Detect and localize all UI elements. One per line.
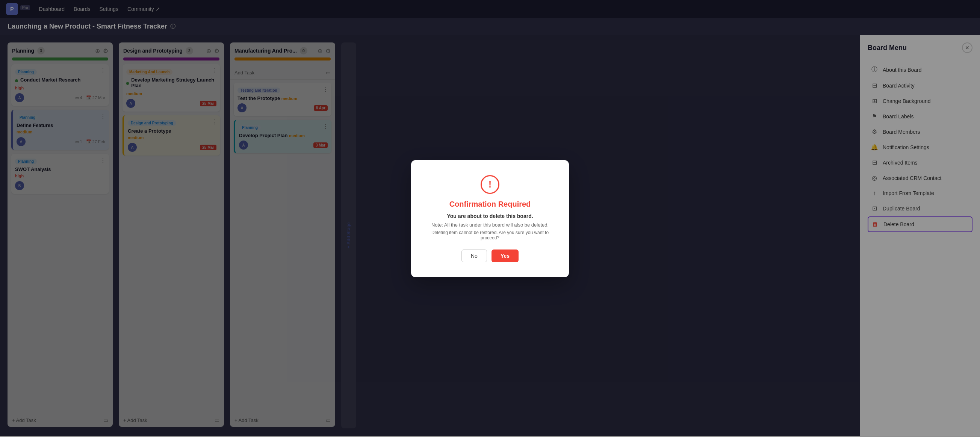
modal-yes-button[interactable]: Yes: [492, 249, 519, 262]
confirmation-modal: ! Confirmation Required You are about to…: [411, 160, 569, 277]
modal-note: Note: All the task under this board will…: [426, 222, 554, 228]
modal-warning-icon: !: [480, 175, 500, 194]
modal-buttons: No Yes: [426, 249, 554, 262]
modal-title: Confirmation Required: [426, 200, 554, 208]
modal-body: You are about to delete this board.: [426, 213, 554, 219]
modal-no-button[interactable]: No: [461, 249, 487, 262]
modal-overlay: ! Confirmation Required You are about to…: [0, 0, 980, 436]
modal-confirm-text: Deleting item cannot be restored. Are yo…: [426, 230, 554, 240]
